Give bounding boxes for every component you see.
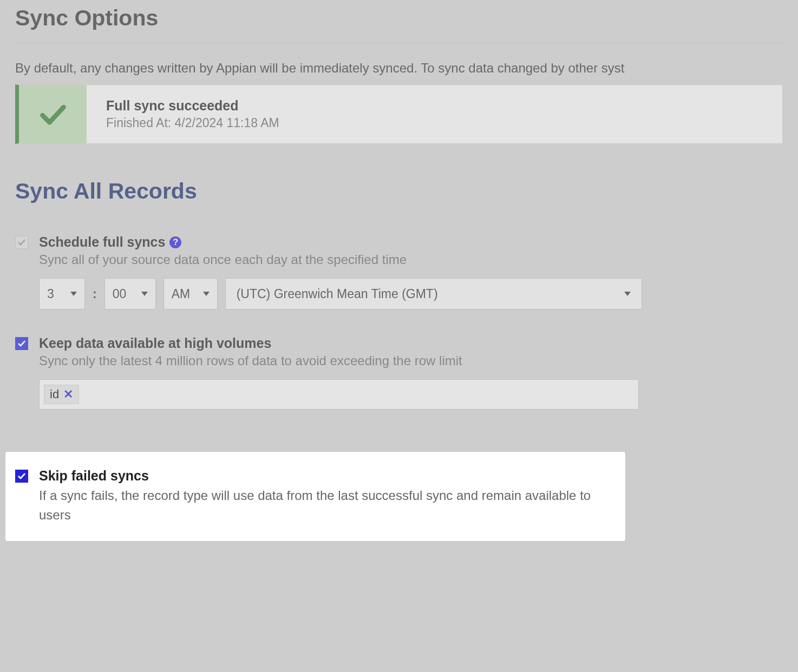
hour-select[interactable]: 3	[39, 278, 85, 309]
intro-text: By default, any changes written by Appia…	[15, 61, 783, 76]
tag-label: id	[50, 387, 59, 401]
time-selectors: 3 : 00 AM (UTC) Greenwich Mean Time (GMT…	[39, 278, 783, 309]
ampm-select[interactable]: AM	[163, 278, 218, 309]
highvol-checkbox[interactable]	[15, 337, 28, 350]
skip-label: Skip failed syncs	[39, 468, 616, 484]
minute-value: 00	[113, 287, 127, 301]
schedule-checkbox[interactable]	[15, 236, 28, 249]
timezone-value: (UTC) Greenwich Mean Time (GMT)	[237, 287, 438, 301]
tag-remove-icon[interactable]: ✕	[63, 387, 73, 401]
highvol-option-row: Keep data available at high volumes Sync…	[15, 335, 783, 410]
status-finished-at: Finished At: 4/2/2024 11:18 AM	[106, 116, 279, 130]
ampm-value: AM	[172, 287, 191, 301]
chevron-down-icon	[141, 292, 148, 296]
help-icon[interactable]: ?	[169, 236, 181, 248]
tag-input[interactable]: id ✕	[39, 379, 639, 410]
check-icon	[17, 339, 26, 348]
skip-checkbox[interactable]	[15, 470, 28, 483]
hour-value: 3	[47, 287, 54, 301]
highvol-label: Keep data available at high volumes	[39, 335, 783, 351]
chevron-down-icon	[203, 292, 210, 296]
timezone-select[interactable]: (UTC) Greenwich Mean Time (GMT)	[225, 278, 642, 309]
divider	[15, 43, 783, 43]
schedule-option-row: Schedule full syncs ? Sync all of your s…	[15, 234, 783, 309]
time-colon: :	[93, 287, 97, 301]
status-text: Full sync succeeded Finished At: 4/2/202…	[87, 98, 279, 130]
id-tag: id ✕	[44, 385, 79, 404]
section-heading: Sync All Records	[15, 179, 783, 204]
check-icon	[17, 238, 26, 247]
status-title: Full sync succeeded	[106, 98, 279, 114]
check-icon	[17, 472, 26, 480]
minute-select[interactable]: 00	[104, 278, 156, 309]
skip-option-card: Skip failed syncs If a sync fails, the r…	[5, 452, 625, 541]
skip-desc: If a sync fails, the record type will us…	[39, 486, 616, 525]
chevron-down-icon	[624, 292, 631, 296]
schedule-desc: Sync all of your source data once each d…	[39, 252, 783, 267]
page-title: Sync Options	[15, 5, 783, 31]
success-check-icon	[39, 100, 67, 128]
highvol-desc: Sync only the latest 4 million rows of d…	[39, 353, 783, 368]
status-banner: Full sync succeeded Finished At: 4/2/202…	[15, 84, 783, 144]
chevron-down-icon	[70, 292, 77, 296]
status-icon-box	[19, 85, 87, 143]
schedule-label: Schedule full syncs	[39, 234, 165, 250]
